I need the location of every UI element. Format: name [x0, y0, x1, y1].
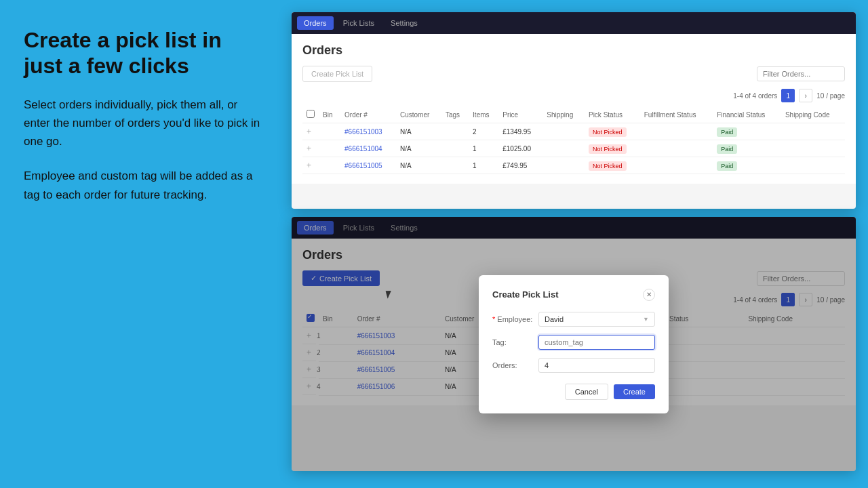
row-tags [441, 140, 469, 157]
top-col-items: Items [469, 106, 498, 123]
top-app-body: Orders Create Pick List 1-4 of 4 orders … [292, 34, 856, 184]
modal-tag-field: Tag: [492, 335, 655, 350]
row-bin [319, 157, 340, 174]
top-orders-table: Bin Order # Customer Tags Items Price Sh… [302, 106, 845, 174]
create-pick-list-modal: Create Pick List ✕ Employee: David ▼ Tag… [479, 275, 669, 413]
row-pick-status: Not Picked [585, 157, 640, 174]
top-col-bin: Bin [319, 106, 340, 123]
top-col-customer: Customer [396, 106, 441, 123]
row-shipping-code [781, 123, 845, 140]
left-panel: Create a pick list in just a few clicks … [0, 0, 285, 488]
row-customer: N/A [396, 157, 441, 174]
row-order[interactable]: #666151003 [340, 123, 396, 140]
top-nav-tab-settings[interactable]: Settings [384, 16, 425, 30]
row-financial: Paid [713, 140, 781, 157]
row-price: £1025.00 [498, 140, 542, 157]
right-panel: Orders Pick Lists Settings Orders Create… [285, 0, 868, 488]
top-col-tags: Tags [441, 106, 469, 123]
top-nav: Orders Pick Lists Settings [292, 12, 856, 34]
row-bin [319, 123, 340, 140]
modal-orders-field: Orders: [492, 358, 655, 373]
row-items: 2 [469, 123, 498, 140]
row-shipping [542, 123, 585, 140]
row-items: 1 [469, 157, 498, 174]
top-col-fulfillment: Fulfillment Status [640, 106, 713, 123]
modal-employee-input[interactable]: David ▼ [538, 312, 655, 327]
modal-cancel-button[interactable]: Cancel [565, 384, 608, 400]
row-pick-status: Not Picked [585, 123, 640, 140]
top-col-order: Order # [340, 106, 396, 123]
top-col-financial: Financial Status [713, 106, 781, 123]
modal-create-button[interactable]: Create [614, 384, 655, 399]
row-pick-status: Not Picked [585, 140, 640, 157]
top-create-pick-list-button[interactable]: Create Pick List [302, 66, 372, 82]
row-fulfillment [640, 157, 713, 174]
row-fulfillment [640, 140, 713, 157]
row-fulfillment [640, 123, 713, 140]
bottom-screenshot: Orders Pick Lists Settings Orders ✓ Crea… [292, 217, 856, 471]
modal-tag-label: Tag: [492, 338, 533, 346]
modal-overlay: Create Pick List ✕ Employee: David ▼ Tag… [292, 217, 856, 471]
row-shipping-code [781, 140, 845, 157]
top-filter-input[interactable] [757, 66, 845, 81]
top-col-shipping: Shipping [542, 106, 585, 123]
top-select-all-checkbox[interactable] [307, 110, 315, 118]
row-financial: Paid [713, 157, 781, 174]
row-order[interactable]: #666151004 [340, 140, 396, 157]
top-per-page: 10 / page [816, 92, 845, 100]
modal-close-button[interactable]: ✕ [643, 289, 655, 301]
row-items: 1 [469, 140, 498, 157]
row-tags [441, 123, 469, 140]
top-col-price: Price [498, 106, 542, 123]
row-tags [441, 157, 469, 174]
row-price: £1349.95 [498, 123, 542, 140]
row-bin [319, 140, 340, 157]
top-col-check [302, 106, 319, 123]
modal-orders-label: Orders: [492, 361, 533, 369]
modal-header: Create Pick List ✕ [492, 289, 655, 301]
table-row: + #666151005 N/A 1 £749.95 Not Picked Pa… [302, 157, 845, 174]
table-row: + #666151004 N/A 1 £1025.00 Not Picked P… [302, 140, 845, 157]
main-heading: Create a pick list in just a few clicks [24, 27, 261, 79]
modal-actions: Cancel Create [492, 384, 655, 400]
modal-employee-label: Employee: [492, 315, 533, 323]
top-page-next-button[interactable]: › [799, 89, 812, 102]
top-pagination-summary: 1-4 of 4 orders [733, 92, 777, 100]
chevron-down-icon: ▼ [643, 316, 649, 323]
row-expand[interactable]: + [302, 140, 319, 157]
row-order[interactable]: #666151005 [340, 157, 396, 174]
modal-title: Create Pick List [492, 289, 559, 300]
para2: Employee and custom tag will be added as… [24, 167, 261, 203]
top-page-title: Orders [302, 43, 845, 58]
top-nav-tab-orders[interactable]: Orders [297, 16, 334, 30]
modal-employee-field: Employee: David ▼ [492, 312, 655, 327]
row-shipping-code [781, 157, 845, 174]
table-row: + #666151003 N/A 2 £1349.95 Not Picked P… [302, 123, 845, 140]
top-screenshot: Orders Pick Lists Settings Orders Create… [292, 12, 856, 209]
row-customer: N/A [396, 140, 441, 157]
row-shipping [542, 157, 585, 174]
modal-tag-input[interactable] [538, 335, 655, 350]
row-price: £749.95 [498, 157, 542, 174]
row-shipping [542, 140, 585, 157]
top-page-1-button[interactable]: 1 [781, 89, 795, 102]
row-expand[interactable]: + [302, 123, 319, 140]
row-financial: Paid [713, 123, 781, 140]
para1: Select orders individually, pick them al… [24, 96, 261, 151]
top-toolbar: Create Pick List [302, 66, 845, 82]
top-col-pick-status: Pick Status [585, 106, 640, 123]
top-pagination: 1-4 of 4 orders 1 › 10 / page [302, 89, 845, 102]
row-expand[interactable]: + [302, 157, 319, 174]
modal-orders-input[interactable] [538, 358, 655, 373]
top-col-shipping-code: Shipping Code [781, 106, 845, 123]
top-nav-tab-picklists[interactable]: Pick Lists [336, 16, 381, 30]
row-customer: N/A [396, 123, 441, 140]
